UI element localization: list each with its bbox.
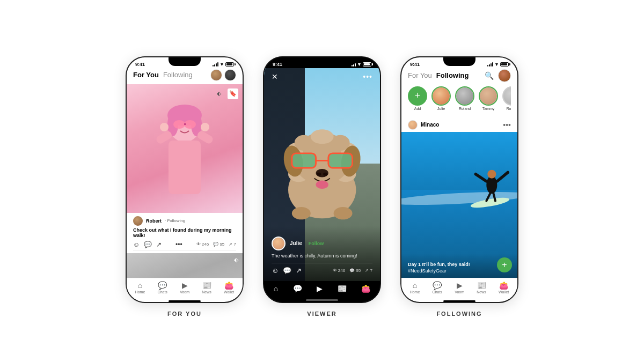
phone3-more-icon[interactable]: ••• [503, 121, 511, 129]
share-icon[interactable]: ⬖ [214, 88, 224, 99]
more-options-icon-viewer[interactable]: ••• [363, 72, 372, 81]
phone-viewer-wrapper: 9:41 ▾ [263, 56, 381, 317]
profile-avatar-3[interactable] [498, 69, 511, 82]
nav-news-label-3: News [477, 290, 486, 294]
story-julie[interactable]: Julie [431, 86, 451, 110]
nav-news-label: News [202, 290, 211, 294]
nav-wallet-label: Wallet [224, 290, 234, 294]
dark-nav-news[interactable]: 📰 [338, 284, 347, 293]
dark-nav-voom[interactable]: ▶ [317, 284, 323, 293]
nav-wallet-3[interactable]: 👛 Wallet [499, 282, 509, 294]
search-icon-3[interactable]: 🔍 [485, 71, 494, 80]
surf-caption: Day 1 It'll be fun, they said! [408, 262, 511, 267]
avatar-header-2[interactable] [224, 69, 236, 81]
wifi-icon-3: ▾ [495, 62, 498, 67]
nav-wallet-1[interactable]: 👛 Wallet [224, 282, 234, 294]
phone-notch-1 [169, 57, 201, 66]
close-icon[interactable]: ✕ [272, 72, 278, 81]
like-icon-viewer[interactable]: ☺ [272, 267, 279, 275]
surfer-svg [469, 146, 511, 216]
svg-point-35 [333, 207, 352, 219]
share-icon-viewer[interactable]: ↗ [296, 267, 302, 275]
nav-home-3[interactable]: ⌂ Home [410, 282, 420, 294]
phone-label-for-you: FOR YOU [167, 311, 202, 317]
phone1-content: ⬖ 🔖 Robert · Following Check out what I … [127, 84, 243, 278]
news-icon: 📰 [202, 282, 211, 289]
fab-add-button[interactable]: + [497, 257, 512, 272]
story-name-julie: Julie [437, 107, 445, 110]
like-icon[interactable]: ☺ [133, 241, 140, 248]
minaco-avatar[interactable] [408, 120, 418, 130]
battery-icon-3 [500, 62, 509, 67]
svg-line-39 [476, 174, 487, 181]
tab-following-inactive[interactable]: Following [163, 71, 193, 79]
comment-icon[interactable]: 💬 [144, 241, 152, 248]
svg-point-34 [292, 207, 311, 219]
phone-notch-2 [306, 57, 338, 66]
tab-for-you-active[interactable]: For You [133, 71, 159, 79]
home-indicator-2 [306, 299, 338, 301]
phone2-user-avatar[interactable] [272, 237, 286, 250]
phone3-post-card: Minaco ••• [401, 118, 517, 278]
wifi-icon-2: ▾ [358, 62, 361, 67]
comment-icon-viewer[interactable]: 💬 [283, 267, 291, 275]
phone3-username[interactable]: Minaco [421, 122, 500, 128]
nav-home-1[interactable]: ⌂ Home [135, 282, 145, 294]
tab-following-3-active[interactable]: Following [436, 71, 469, 79]
post-user-row: Robert · Following [133, 216, 236, 226]
dark-nav-wallet[interactable]: 👛 [361, 284, 370, 293]
follow-button[interactable]: Follow [309, 241, 324, 246]
svg-point-38 [488, 169, 496, 178]
story-tammy[interactable]: Tammy [479, 86, 498, 110]
post-following-badge: · Following [165, 218, 185, 223]
shares-count: ↗ 7 [229, 242, 236, 247]
post-user-avatar[interactable] [133, 216, 143, 226]
likes-count: 👁 246 [196, 242, 209, 247]
phone1-bookmark: ⬖ 🔖 [214, 88, 238, 99]
svg-point-33 [316, 180, 328, 189]
nav-chats-1[interactable]: 💬 Chats [158, 282, 167, 294]
story-add[interactable]: + Add [408, 86, 427, 110]
more-options-icon[interactable]: ••• [175, 241, 182, 248]
tab-for-you-3[interactable]: For You [408, 71, 432, 79]
svg-rect-25 [292, 153, 316, 168]
phone2-username[interactable]: Julie [290, 240, 302, 246]
dark-nav-home[interactable]: ⌂ [274, 284, 278, 293]
story-roland[interactable]: Roland [455, 86, 474, 110]
shares-count-viewer: ↗ 7 [365, 268, 372, 273]
post-caption: Check out what I found during my morning… [133, 227, 236, 238]
phone-following-wrapper: 9:41 ▾ For You Following 🔍 [400, 56, 518, 317]
nav-voom-1[interactable]: ▶ Voom [180, 282, 189, 294]
avatar-header-1[interactable] [210, 69, 222, 81]
voom-icon-3: ▶ [457, 282, 463, 289]
phone1-post-info: Robert · Following Check out what I foun… [127, 213, 243, 253]
story-avatar-robert[interactable] [502, 86, 511, 106]
nav-voom-3[interactable]: ▶ Voom [455, 282, 464, 294]
add-story-btn[interactable]: + [408, 86, 427, 106]
story-name-roland: Roland [459, 107, 471, 110]
wifi-icon-1: ▾ [221, 62, 223, 67]
dark-nav-chats[interactable]: 💬 [293, 284, 302, 293]
nav-chats-3[interactable]: 💬 Chats [433, 282, 442, 294]
home-indicator-1 [169, 300, 201, 302]
nav-news-3[interactable]: 📰 News [477, 282, 486, 294]
bookmark-icon[interactable]: 🔖 [228, 88, 238, 99]
phone2-user-row: Julie Follow [272, 237, 372, 250]
post-username[interactable]: Robert [146, 218, 162, 224]
story-robert[interactable]: Robert [502, 86, 511, 110]
phone1-second-post: ⬖ [127, 253, 243, 278]
second-share-icon[interactable]: ⬖ [234, 256, 238, 263]
status-icons-3: ▾ [487, 62, 509, 67]
second-post-image [127, 253, 243, 278]
story-avatar-tammy[interactable] [479, 86, 498, 106]
story-avatar-roland[interactable] [455, 86, 474, 106]
phone2-bottom-overlay: Julie Follow The weather is chilly. Autu… [264, 226, 380, 281]
phone2-viewer-image: ✕ ••• Julie Follow The weather is chilly… [264, 68, 380, 281]
signal-icon-1 [213, 62, 218, 67]
story-avatar-julie[interactable] [431, 86, 451, 106]
share-action-icon[interactable]: ↗ [156, 241, 162, 248]
chats-icon: 💬 [158, 282, 167, 289]
comments-count: 💬 95 [213, 242, 224, 247]
nav-news-1[interactable]: 📰 News [202, 282, 211, 294]
surf-hashtag: #NeedSafetyGear [408, 268, 511, 274]
